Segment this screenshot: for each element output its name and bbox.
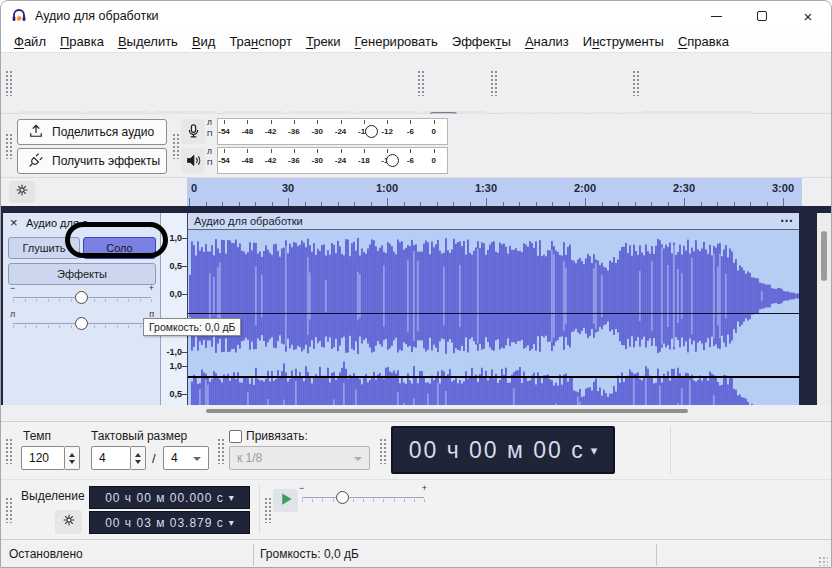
meter-tick [410,120,411,124]
vruler-label: 1,0 [169,233,182,243]
grip-snap[interactable] [217,438,225,464]
snap-select[interactable]: к 1/8 [229,446,370,470]
grip-big-time[interactable] [379,438,387,464]
playback-meter-scale[interactable]: -54-48-42-36-30-24-18-12-60 [217,147,448,174]
horizontal-scrollbar[interactable] [1,405,831,421]
play-speed-slider[interactable]: − + [297,485,429,509]
pan-left-label: л [10,309,15,319]
menu-item-Инструменты[interactable]: Инструменты [576,32,671,51]
selection-start-display[interactable]: 00 ч 00 м 00.000 с▾ [89,486,250,509]
time-signature-label: Тактовый размер [91,429,187,443]
selection-end-display[interactable]: 00 ч 03 м 03.879 с▾ [89,511,250,534]
microphone-icon[interactable] [181,119,205,144]
menu-item-Справка[interactable]: Справка [671,32,736,51]
meter-scale-value: -48 [242,156,254,165]
dropdown-icon[interactable]: ▾ [229,492,234,503]
clip-menu-icon[interactable]: ⋯ [780,213,793,228]
track-close-icon[interactable]: × [10,216,18,229]
time-signature-upper-input[interactable]: 4 [91,446,131,470]
snap-checkbox[interactable] [229,430,242,443]
grip-play-speed[interactable] [264,497,272,523]
pan-slider-knob[interactable] [75,317,88,330]
audio-clip[interactable]: Аудио для обработки ⋯ [187,213,799,405]
highlight-annotation [65,222,168,258]
meter-scale-value: -30 [311,127,323,136]
vertical-scrollbar-thumb[interactable] [821,231,827,281]
play-at-speed-button[interactable] [273,489,298,512]
status-volume: Громкость: 0,0 дБ [260,547,359,561]
resize-grip[interactable] [818,556,828,566]
slider-tick [48,325,49,328]
get-effects-button[interactable]: Получить эффекты [17,148,167,174]
spin-up-icon[interactable] [69,453,75,457]
spin-down-icon[interactable] [69,460,75,464]
menu-item-Файл[interactable]: Файл [7,32,53,51]
time-signature-lower-select[interactable]: 4 [163,446,209,470]
menu-item-Эффекты[interactable]: Эффекты [445,32,518,51]
slider-tick [363,499,364,502]
menu-item-Анализ[interactable]: Анализ [518,32,576,51]
meter-gain-knob[interactable] [386,154,399,167]
playback-position-display[interactable]: 00 ч 00 м 00 с▾ [391,426,615,474]
toolbar-divider [670,426,671,474]
menu-item-Выделить[interactable]: Выделить [111,32,185,51]
grip-transport[interactable] [5,70,13,96]
gear-icon [61,512,77,532]
slider-tick [105,325,106,328]
maximize-icon [757,11,767,21]
slider-tick [71,299,72,302]
menu-item-Правка[interactable]: Правка [53,32,111,51]
meter-scale-value: -54 [218,127,230,136]
spin-up-icon[interactable] [135,453,141,457]
speed-min-label: − [299,483,304,493]
tempo-spinner[interactable] [65,446,80,470]
maximize-button[interactable] [739,1,785,31]
slider-tick [322,499,323,502]
waveform-view[interactable] [188,230,800,405]
timeline-row: 0301:001:302:002:303:00 [1,178,831,206]
speed-slider-knob[interactable] [336,491,349,504]
gain-slider[interactable]: − + [8,285,156,309]
spin-down-icon[interactable] [135,460,141,464]
menu-item-Треки[interactable]: Треки [299,32,348,51]
vertical-scrollbar[interactable] [817,213,831,405]
audacity-logo-icon [11,8,27,24]
playback-meter[interactable]: ЛП -54-48-42-36-30-24-18-12-60 [181,147,451,174]
grip-time-sig[interactable] [5,438,13,464]
dropdown-icon[interactable]: ▾ [591,443,598,458]
slider-tick [25,299,26,302]
minimize-button[interactable] [693,1,739,31]
recording-meter[interactable]: ЛП -54-48-42-36-30-24-18-12-60 [181,118,451,145]
upload-icon [27,122,45,143]
meter-gain-knob[interactable] [365,125,378,138]
timeline-ruler[interactable]: 0301:001:302:002:303:00 [187,178,802,206]
grip-meters[interactable] [172,133,180,159]
menu-item-Генерировать[interactable]: Генерировать [348,32,445,51]
clip-header[interactable]: Аудио для обработки ⋯ [188,213,799,230]
meter-tick [434,149,435,153]
time-signature-spinner[interactable] [131,446,146,470]
timeline-options-button[interactable] [9,181,35,203]
menu-item-Вид[interactable]: Вид [185,32,223,51]
grip-audio-setup[interactable] [632,70,640,96]
grip-selection[interactable] [5,497,13,523]
grip-tools[interactable] [417,70,425,96]
close-button[interactable]: × [785,1,831,31]
gain-slider-knob[interactable] [75,291,88,304]
pan-slider[interactable]: л п [8,311,156,335]
selection-options-button[interactable] [55,510,82,534]
share-audio-button[interactable]: Поделиться аудио [17,119,167,145]
time-signature-slash: / [152,451,156,466]
grip-share[interactable] [5,133,13,159]
effects-button[interactable]: Эффекты [8,263,156,285]
meter-tick [317,149,318,153]
horizontal-scrollbar-thumb[interactable] [206,409,688,413]
speaker-small-icon[interactable] [181,148,205,173]
dropdown-icon[interactable]: ▾ [229,517,234,528]
tempo-input[interactable]: 120 [21,446,65,470]
meter-tick [341,149,342,153]
menu-item-Транспорт[interactable]: Транспорт [222,32,299,51]
grip-edit[interactable] [490,70,498,96]
play-icon [277,490,295,512]
recording-meter-scale[interactable]: -54-48-42-36-30-24-18-12-60 [217,118,448,145]
